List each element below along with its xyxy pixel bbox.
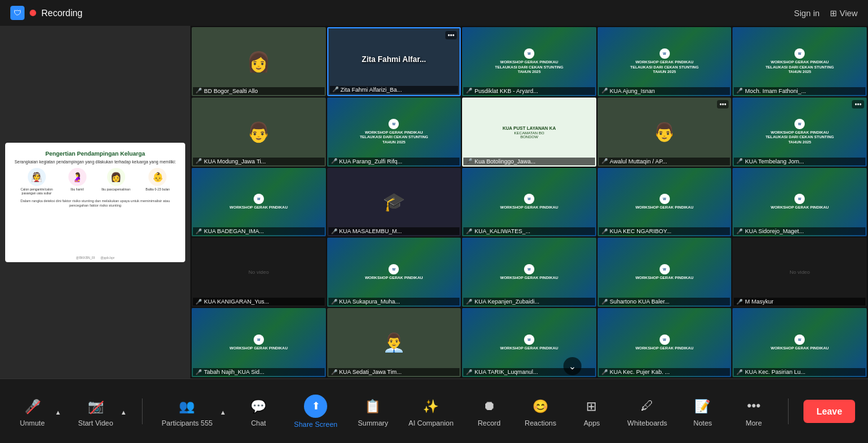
video-cell-23: W WORKSHOP GERAK PINDIKAU 🎤 KUA Kec. Puj…	[598, 308, 732, 377]
video-label-14: 🎤 KUA Sidorejo_Maget...	[734, 227, 865, 235]
mic-icon-4: 🎤	[736, 88, 743, 94]
slide-title: Pengertian Pendampingan Keluarga	[13, 150, 177, 157]
video-label-13: 🎤 KUA KEC NGARIBOY...	[599, 227, 731, 235]
zoom-shield-icon: 🛡	[10, 6, 25, 20]
mic-icon-1: 🎤	[332, 87, 339, 92]
video-cell-15: No video 🎤 KUA KANIGARAN_Yus...	[192, 238, 326, 307]
participants-icon: 👥	[177, 396, 197, 417]
microphone-icon: 🎤	[22, 396, 43, 417]
bottom-toolbar: 🎤 Unmute ▲ 📷 Start Video ▲ 👥 Participant…	[0, 378, 868, 443]
unmute-button[interactable]: 🎤 Unmute	[13, 391, 52, 432]
more-button[interactable]: ••• More	[734, 391, 773, 432]
chat-button[interactable]: 💬 Chat	[239, 391, 278, 432]
video-cell-12: W WORKSHOP GERAK PINDIKAU 🎤 KUA_KALIWATE…	[462, 168, 596, 237]
sign-in-button[interactable]: Sign in	[794, 8, 820, 18]
slide-logo-2: @ppb.bpr	[100, 256, 114, 260]
mic-icon-6: 🎤	[331, 158, 338, 164]
mic-icon-12: 🎤	[466, 229, 472, 234]
mic-icon-3: 🎤	[601, 88, 608, 94]
summary-button[interactable]: 📋 Summary	[354, 391, 392, 432]
ai-companion-label: AI Companion	[409, 419, 454, 427]
summary-icon: 📋	[363, 396, 383, 417]
ws-slide-4: W WORKSHOP GERAK PINDIKAUTELAUKASI DARI …	[732, 27, 867, 96]
whiteboards-button[interactable]: 🖊 Whiteboards	[623, 391, 671, 432]
video-label-11: 🎤 KUA MASALEMBU_M...	[328, 227, 460, 235]
video-label-18: 🎤 Suhartono KUA Baler...	[599, 298, 731, 305]
video-cell-2: W WORKSHOP GERAK PINDIKAUTELAUKASI DARI …	[462, 27, 596, 96]
reactions-button[interactable]: 😊 Reactions	[521, 391, 560, 432]
ws-slide-23: W WORKSHOP GERAK PINDIKAU	[598, 308, 732, 377]
notes-button[interactable]: 📝 Notes	[683, 391, 722, 432]
video-label-7: 🎤 Kua Botolinggo_Jawa...	[463, 158, 595, 165]
more-btn-9[interactable]: •••	[852, 100, 864, 108]
more-btn-1[interactable]: •••	[445, 31, 458, 39]
record-label: Record	[478, 419, 500, 427]
video-cell-10: W WORKSHOP GERAK PINDIKAU 🎤 KUA BADEGAN_…	[192, 168, 326, 237]
slide-logo-1: @BKKBN_RI	[76, 256, 96, 260]
whiteboards-label: Whiteboards	[627, 419, 667, 427]
leave-button[interactable]: Leave	[803, 400, 855, 423]
unmute-caret[interactable]: ▲	[54, 406, 62, 416]
icon-circle-4: 👶	[148, 168, 167, 186]
recording-label: Recording	[41, 8, 83, 18]
icon-circle-1: 👰	[28, 168, 46, 186]
mic-icon-22: 🎤	[466, 369, 472, 375]
top-bar-left: 🛡 Recording	[10, 6, 83, 20]
mic-icon-19: 🎤	[736, 299, 743, 305]
slide-icon-2: 🤰 Ibu hamil	[68, 168, 86, 195]
ws-slide-24: W WORKSHOP GERAK PINDIKAU	[732, 308, 867, 377]
video-label-5: 🎤 KUA Modung_Jawa Ti...	[193, 158, 325, 165]
video-label-12: 🎤 KUA_KALIWATES_...	[463, 227, 595, 235]
video-label-3: 🎤 KUA Ajung_Isnan	[599, 87, 731, 95]
apps-icon: ⊞	[581, 396, 602, 417]
video-caret[interactable]: ▲	[119, 406, 127, 416]
video-label-23: 🎤 KUA Kec. Pujer Kab. ...	[599, 368, 731, 376]
video-cell-7: KUA PUST LAYANAN KA KECAMATAN BO BONDOW …	[462, 98, 596, 167]
mic-icon-7: 🎤	[466, 158, 472, 164]
view-button[interactable]: ⊞ View	[830, 8, 858, 18]
participants-caret[interactable]: ▲	[219, 406, 227, 416]
video-label-20: 🎤 Tabah Najih_KUA Sid...	[193, 368, 325, 376]
video-cell-8: 👨 ••• 🎤 Awalul Muttaqin / AP...	[598, 98, 732, 167]
video-label-15: 🎤 KUA KANIGARAN_Yus...	[193, 298, 325, 305]
video-label-1: 🎤 Zita Fahmi Alfarizi_Ba...	[330, 86, 459, 94]
share-screen-button[interactable]: ⬆ Share Screen	[290, 389, 341, 433]
divider-2	[788, 398, 789, 424]
ws-slide-9: W WORKSHOP GERAK PINDIKAUTELAUKASI DARI …	[732, 98, 867, 167]
more-btn-8[interactable]: •••	[717, 100, 729, 108]
video-label-4: 🎤 Moch. Imam Fathoni_...	[734, 87, 865, 95]
scroll-down-arrow[interactable]: ⌄	[563, 357, 581, 375]
chat-label: Chat	[251, 419, 266, 427]
summary-label: Summary	[358, 419, 388, 427]
mic-icon-10: 🎤	[196, 229, 202, 234]
video-label-8: 🎤 Awalul Muttaqin / AP...	[599, 158, 731, 165]
start-video-label: Start Video	[78, 419, 113, 427]
record-button[interactable]: ⏺ Record	[470, 391, 509, 432]
participants-button[interactable]: 👥 Participants 555	[158, 391, 217, 432]
mic-icon-16: 🎤	[331, 299, 338, 305]
record-icon: ⏺	[479, 396, 500, 417]
mic-icon-11: 🎤	[331, 229, 338, 234]
presentation-slide: Pengertian Pendampingan Keluarga Serangk…	[5, 143, 185, 262]
video-cell-14: W WORKSHOP GERAK PINDIKAU 🎤 KUA Sidorejo…	[732, 168, 867, 237]
ai-companion-button[interactable]: ✨ AI Companion	[405, 391, 458, 432]
video-label-21: 🎤 KUA Sedati_Jawa Tim...	[328, 368, 460, 376]
mic-icon-20: 🎤	[196, 369, 202, 375]
notes-label: Notes	[694, 419, 712, 427]
video-cell-11: 🎓 🎤 KUA MASALEMBU_M...	[327, 168, 461, 237]
divider-1	[142, 398, 143, 424]
camera-icon: 📷	[85, 396, 106, 417]
ws-slide-14: W WORKSHOP GERAK PINDIKAU	[732, 168, 867, 237]
video-cell-4: W WORKSHOP GERAK PINDIKAUTELAUKASI DARI …	[732, 27, 867, 96]
start-video-button[interactable]: 📷 Start Video	[74, 391, 117, 432]
video-cell-16: W WORKSHOP GERAK PINDIKAU 🎤 KUA Sukapura…	[327, 238, 461, 307]
video-cell-1: Zita Fahmi Alfar... ••• 🎤 Zita Fahmi Alf…	[327, 27, 461, 96]
mic-icon-2: 🎤	[466, 88, 472, 94]
slide-icon-1: 👰 Calon pengantin/calon pasangan usia su…	[21, 168, 53, 195]
video-label-19: 🎤 M Masykur	[734, 298, 865, 305]
video-label-6: 🎤 KUA Parang_Zulfi Rifq...	[328, 158, 460, 165]
unmute-label: Unmute	[20, 419, 45, 427]
reactions-icon: 😊	[530, 396, 550, 417]
icon-circle-3: 👩	[107, 168, 125, 186]
apps-button[interactable]: ⊞ Apps	[572, 391, 611, 432]
